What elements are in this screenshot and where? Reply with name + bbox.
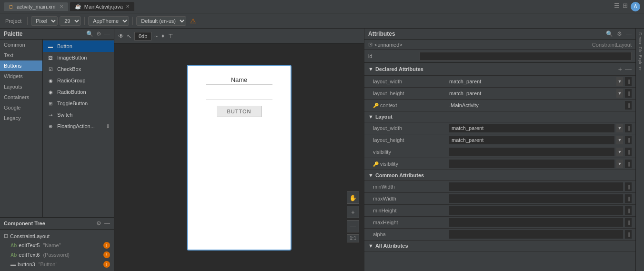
palette-item-imagebutton-label: ImageButton: [57, 55, 87, 60]
palette-item-floatingaction[interactable]: ⊕ FloatingAction... ⬇: [43, 120, 114, 132]
palette-item-button[interactable]: ▬ Button: [43, 40, 114, 52]
tab-xml-close[interactable]: ✕: [60, 4, 63, 9]
palette-item-imagebutton[interactable]: 🖼 ImageButton: [43, 52, 114, 63]
left-sidebar: Palette 🔍 ⚙ — Common Text Buttons Widget…: [0, 29, 114, 271]
palette-cat-widgets[interactable]: Widgets: [0, 71, 42, 81]
attr-layout-height-lay-dropdown[interactable]: ▼: [616, 136, 623, 144]
api-selector[interactable]: 29: [60, 16, 81, 26]
attr-layout-width-lay-dropdown[interactable]: ▼: [616, 124, 623, 132]
toolbar-divider-1: [27, 17, 28, 25]
attributes-search-icon[interactable]: 🔍: [606, 30, 613, 37]
attr-layout-width-decl-dropdown[interactable]: ▼: [616, 77, 623, 86]
canvas-hand-tool[interactable]: ✋: [347, 191, 359, 204]
palette-cat-containers[interactable]: Containers: [0, 92, 42, 102]
attr-minwidth-input[interactable]: [449, 182, 623, 191]
palette-content: Common Text Buttons Widgets Layouts Cont…: [0, 40, 114, 217]
attr-layout-height-lay-extra[interactable]: ▐: [625, 136, 632, 144]
attr-minheight-extra[interactable]: ▐: [625, 206, 632, 215]
tab-java[interactable]: ☕ MainActivity.java ✕: [70, 2, 134, 11]
palette-search-icon[interactable]: 🔍: [86, 30, 93, 37]
collapse-declared-icon: ▼: [368, 66, 373, 72]
attr-layout-width-lay-value: ▼ ▐: [449, 124, 632, 132]
locale-selector[interactable]: Default (en-us): [136, 16, 186, 26]
attr-layout-width-lay-input[interactable]: [449, 124, 614, 132]
attr-layout-height-decl-extra[interactable]: ▐: [625, 89, 632, 98]
attr-layout-height-decl-name: layout_height: [373, 90, 449, 96]
palette-cat-legacy[interactable]: Legacy: [0, 113, 42, 123]
theme-selector[interactable]: AppTheme: [88, 16, 129, 26]
attributes-close-icon[interactable]: —: [626, 30, 632, 37]
attr-layout-height-decl-dropdown[interactable]: ▼: [616, 89, 623, 98]
project-button[interactable]: Project: [3, 17, 24, 25]
palette-cat-common[interactable]: Common: [0, 40, 42, 50]
canvas-magic-icon[interactable]: ✦: [161, 33, 165, 40]
attributes-panel-header: Attributes 🔍 ⚙ —: [364, 29, 635, 40]
attr-maxheight-extra[interactable]: ▐: [625, 218, 632, 227]
remove-declared-icon[interactable]: —: [625, 65, 632, 73]
device-button[interactable]: BUTTON: [217, 106, 261, 117]
attr-minwidth-extra[interactable]: ▐: [625, 182, 632, 191]
add-declared-icon[interactable]: +: [618, 65, 622, 73]
canvas-zoom-out[interactable]: —: [347, 220, 359, 232]
device-password-input[interactable]: [206, 90, 272, 100]
canvas-zoom-in[interactable]: +: [347, 206, 359, 218]
attr-alpha-extra[interactable]: ▐: [625, 230, 632, 239]
attr-id-input[interactable]: [420, 52, 632, 60]
attr-visibility1-input[interactable]: [449, 148, 614, 156]
palette-cat-text[interactable]: Text: [0, 50, 42, 60]
attr-alpha-input[interactable]: [449, 230, 623, 239]
palette-close-icon[interactable]: —: [104, 30, 110, 37]
attr-id-label: id: [368, 53, 416, 59]
section-layout[interactable]: ▼ Layout: [364, 111, 635, 122]
attr-visibility2-dropdown[interactable]: ▼: [616, 160, 623, 168]
attributes-settings-icon[interactable]: ⚙: [617, 30, 622, 37]
attr-maxheight-input[interactable]: [449, 218, 623, 227]
canvas-align-icon[interactable]: ⊤: [168, 33, 173, 40]
attr-context-extra[interactable]: ▐: [625, 101, 632, 110]
attr-minheight-input[interactable]: [449, 206, 623, 215]
attr-layout-width-lay-extra[interactable]: ▐: [625, 124, 632, 132]
device-name-input[interactable]: [206, 75, 272, 85]
palette-item-radiogroup[interactable]: ◉ RadioGroup: [43, 75, 114, 86]
device-file-explorer-label[interactable]: Device File Explorer: [637, 30, 643, 73]
attr-maxwidth-input[interactable]: [449, 194, 623, 203]
device-selector[interactable]: Pixel: [31, 16, 58, 26]
attr-visibility1-extra[interactable]: ▐: [625, 148, 632, 156]
tree-item-edittext6[interactable]: Ab editText6 (Password) !: [7, 250, 114, 260]
layout-list-icon[interactable]: ☰: [614, 2, 620, 11]
attr-visibility2-input[interactable]: [449, 160, 614, 168]
canvas-cursor-icon[interactable]: ↖: [127, 33, 131, 40]
far-right-strip: Device File Explorer: [635, 29, 644, 271]
edittext5-label: editText5: [19, 242, 40, 248]
palette-cat-google[interactable]: Google: [0, 102, 42, 113]
attr-visibility2-extra[interactable]: ▐: [625, 160, 632, 168]
avatar-icon[interactable]: A: [631, 2, 640, 11]
tree-item-button3[interactable]: ▬ button3 "Button" !: [7, 260, 114, 269]
layout-grid-icon[interactable]: ⊞: [623, 2, 628, 11]
palette-item-radiobutton[interactable]: ◉ RadioButton: [43, 86, 114, 98]
palette-cat-layouts[interactable]: Layouts: [0, 81, 42, 92]
section-all-attrs[interactable]: ▼ All Attributes: [364, 241, 635, 251]
edittext5-error: !: [103, 242, 110, 249]
tab-java-close[interactable]: ✕: [126, 4, 130, 9]
tab-xml[interactable]: 🗒 activity_main.xml ✕: [4, 2, 68, 11]
section-common-attrs[interactable]: ▼ Common Attributes: [364, 170, 635, 181]
canvas-size-value[interactable]: 0dp: [134, 32, 151, 40]
canvas-eye-icon[interactable]: 👁: [118, 33, 124, 40]
section-declared[interactable]: ▼ Declared Attributes + —: [364, 63, 635, 76]
component-tree-close-icon[interactable]: —: [104, 220, 110, 227]
attr-visibility1-dropdown[interactable]: ▼: [616, 148, 623, 156]
attr-layout-width-decl-extra[interactable]: ▐: [625, 77, 632, 86]
tree-item-constraint-layout[interactable]: ⊡ ConstraintLayout: [0, 231, 114, 241]
component-tree-settings-icon[interactable]: ⚙: [96, 220, 101, 227]
palette-cat-buttons[interactable]: Buttons: [0, 60, 42, 71]
tree-item-edittext5[interactable]: Ab editText5 "Name" !: [7, 241, 114, 250]
attr-layout-height-lay-input[interactable]: [449, 136, 614, 144]
palette-item-checkbox[interactable]: ☑ CheckBox: [43, 63, 114, 75]
palette-item-togglebutton[interactable]: ⊞ ToggleButton: [43, 98, 114, 109]
palette-item-switch[interactable]: ⊸ Switch: [43, 109, 114, 120]
palette-settings-icon[interactable]: ⚙: [96, 30, 101, 37]
tab-xml-label: activity_main.xml: [17, 4, 57, 10]
canvas-wave-icon[interactable]: ~: [154, 33, 158, 40]
attr-maxwidth-extra[interactable]: ▐: [625, 194, 632, 203]
